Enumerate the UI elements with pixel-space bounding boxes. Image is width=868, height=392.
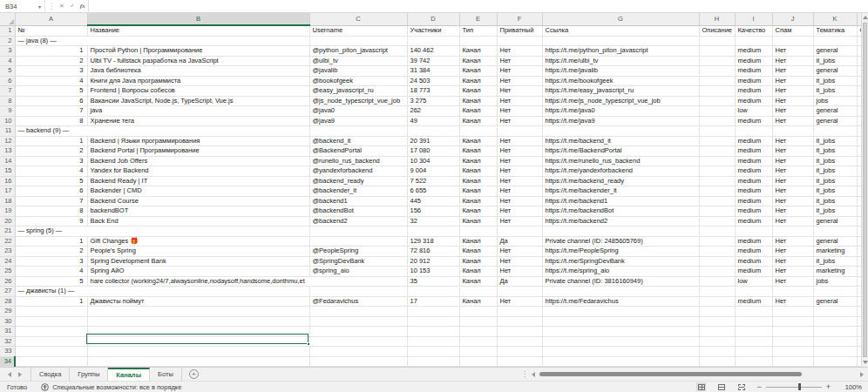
cell[interactable]: Канал [459,206,497,217]
cell[interactable] [542,347,699,357]
cell[interactable]: Канал [459,106,497,117]
cell[interactable] [15,327,87,337]
cell[interactable]: Backender | CMD [87,186,309,197]
cell[interactable]: Backend | Языки программирования [87,136,309,146]
row-header-12[interactable]: 12 [0,136,15,146]
cell[interactable]: https://t.me/javalib [542,66,699,77]
cell[interactable]: 1 [15,296,87,307]
col-header-D[interactable]: D [407,13,459,25]
cell[interactable]: it_jobs [813,196,857,206]
row-header-10[interactable]: 10 [0,116,15,126]
cell[interactable]: Java библиотека [87,66,309,77]
cell[interactable]: medium [735,247,772,257]
cell[interactable]: Нет [497,136,542,146]
cell[interactable]: @backendBot [309,206,407,217]
cell[interactable]: 129 318 [407,236,459,247]
cell[interactable]: Back End [87,216,309,226]
page-break-view-button[interactable] [736,382,746,391]
cell[interactable] [309,316,407,327]
cell[interactable]: Канал [459,196,497,206]
cell[interactable]: 72 816 [407,247,459,257]
row-header-2[interactable]: 2 [0,36,15,46]
zoom-out-button[interactable]: − [756,383,761,390]
cell[interactable]: Нет [497,46,542,57]
cell[interactable]: 20 912 [407,256,459,267]
cell[interactable]: Нет [497,96,542,106]
cell[interactable] [813,287,857,297]
cell[interactable]: Ulbi TV - fullstack разработка на JavaSc… [87,56,309,66]
cell[interactable]: Ссылка [542,25,699,36]
cell[interactable]: Нет [772,56,813,66]
cell[interactable]: medium [735,206,772,217]
cell[interactable]: low [735,106,772,117]
cell[interactable]: @spring_aio [309,267,407,277]
cell[interactable] [735,367,772,368]
row-header-23[interactable]: 23 [0,247,15,257]
page-layout-view-button[interactable] [716,382,726,391]
cell[interactable]: 5 [15,276,87,287]
cell[interactable]: 32 [407,216,459,226]
cell[interactable] [699,56,735,66]
row-header-21[interactable]: 21 [0,226,15,237]
cell[interactable] [699,186,735,197]
cell[interactable] [459,287,497,297]
cell[interactable] [497,226,542,237]
name-box[interactable]: B34 ▾ [0,0,45,13]
cell[interactable]: Канал [459,236,497,247]
cell[interactable]: Канал [459,296,497,307]
cell[interactable] [699,287,735,297]
cell[interactable] [699,206,735,217]
cell[interactable]: 3 [15,66,87,77]
row-header-28[interactable]: 28 [0,296,15,307]
cell[interactable]: @easy_javascript_ru [309,86,407,97]
cell[interactable] [735,347,772,357]
cell[interactable]: java [87,106,309,117]
cell[interactable] [309,226,407,237]
cell[interactable] [772,36,813,46]
col-header-H[interactable]: H [699,13,735,25]
cell[interactable]: 140 462 [407,46,459,57]
cell[interactable]: medium [735,46,772,57]
cell[interactable]: medium [735,76,772,86]
cell[interactable] [735,327,772,337]
col-header-J[interactable]: J [772,13,813,25]
cell[interactable] [699,216,735,226]
cell[interactable]: Канал [459,76,497,86]
cell[interactable]: medium [735,216,772,226]
cell[interactable]: Нет [772,96,813,106]
row-header-22[interactable]: 22 [0,236,15,247]
cell[interactable]: Канал [459,166,497,177]
cell[interactable]: medium [735,96,772,106]
cell[interactable]: Нет [772,156,813,166]
cell[interactable]: People's Spring [87,247,309,257]
cell[interactable] [459,336,497,347]
cell[interactable]: general [813,66,857,77]
cell[interactable]: Канал [459,216,497,226]
scroll-left-icon[interactable] [532,372,535,377]
row-header-27[interactable]: 27 [0,287,15,297]
cell[interactable]: @Fedaravichus [309,296,407,307]
cell[interactable] [699,347,735,357]
cell[interactable]: 3 [15,256,87,267]
cell[interactable] [813,336,857,347]
cell[interactable] [459,307,497,317]
cell[interactable] [407,367,459,368]
normal-view-button[interactable] [696,382,706,391]
cell[interactable] [772,327,813,337]
cell[interactable]: 1 [15,46,87,57]
cell[interactable]: @bookofgeek [309,76,407,86]
cell[interactable]: Канал [459,176,497,186]
cell[interactable] [15,316,87,327]
cell[interactable] [699,356,735,367]
formula-bar-resize-handle[interactable]: ⋮ [45,3,57,10]
cell[interactable]: 4 [15,267,87,277]
cell[interactable]: Нет [772,106,813,117]
cell[interactable]: 39 742 [407,56,459,66]
cell[interactable]: Нет [497,156,542,166]
cell[interactable]: Канал [459,116,497,126]
cell[interactable]: 2 [15,56,87,66]
cell[interactable]: Канал [459,56,497,66]
cell[interactable]: @backend_ready [309,176,407,186]
add-sheet-button[interactable]: + [189,369,199,379]
cell[interactable]: Нет [497,176,542,186]
